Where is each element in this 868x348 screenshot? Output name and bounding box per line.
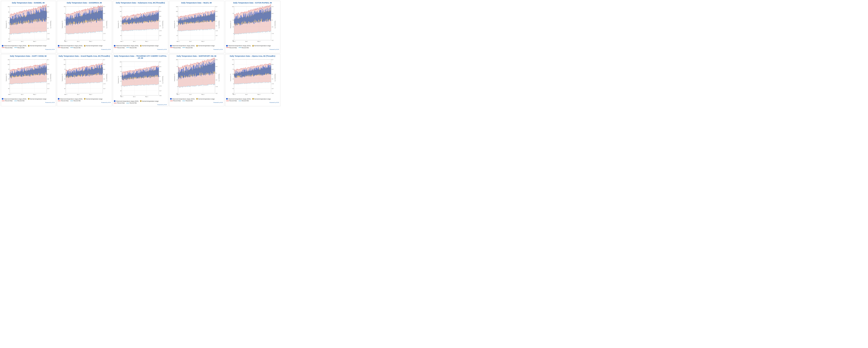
svg-text:Mar 1: Mar 1: [232, 94, 236, 95]
svg-text:-6.7: -6.7: [47, 28, 49, 29]
legend-item-2: Record Max: [114, 102, 125, 104]
svg-text:25: 25: [232, 78, 234, 80]
svg-text:-17.8: -17.8: [215, 30, 218, 31]
legend-item-1: Normal temperature range: [84, 98, 102, 100]
legend-label: Record Min: [129, 102, 137, 104]
legend-dot-icon: [2, 98, 3, 100]
svg-text:Mar 1: Mar 1: [232, 41, 236, 42]
legend-dot-icon: [196, 98, 198, 100]
svg-text:Apr 1: Apr 1: [245, 41, 248, 42]
svg-text:May 1: May 1: [202, 41, 205, 42]
legend-item-1: Normal temperature range: [140, 100, 158, 102]
legend-line-icon: [182, 101, 185, 101]
legend-label: Normal temperature range: [254, 98, 271, 100]
svg-text:50: 50: [64, 74, 65, 75]
legend-item-2: Record Max: [226, 100, 237, 102]
legend-label: Observed temperature range (2023): [228, 45, 251, 47]
powered-by: Powered by ACIS: [2, 102, 55, 103]
chart-eaton-rapids: Daily Temperature Data – EATON RAPIDS, M…: [225, 1, 280, 53]
legend-item-2: Record Max: [58, 47, 69, 49]
svg-text:51.7: 51.7: [103, 59, 105, 60]
svg-text:75: 75: [64, 13, 65, 14]
legend-line-icon: [14, 101, 17, 101]
svg-text:37.8: 37.8: [103, 6, 105, 7]
svg-text:Temperature (°C): Temperature (°C): [50, 21, 52, 29]
legend-label: Observed temperature range (2023): [4, 45, 26, 47]
legend-item-0: Observed temperature range (2023): [2, 98, 26, 100]
charts-grid: Daily Temperature Data – DUNDEE, MI 1003…: [0, 0, 281, 107]
chart-area-northport: 10037.87523.9501025-3.90-17.8-25-31.7 Ma…: [170, 57, 223, 98]
legend-item-3: Record Min: [182, 47, 193, 49]
legend-label: Normal temperature range: [198, 45, 215, 47]
svg-text:May 1: May 1: [89, 94, 92, 95]
legend-item-1: Normal temperature range: [28, 98, 46, 100]
svg-text:10: 10: [47, 74, 49, 75]
legend-dot-icon: [170, 45, 172, 47]
chart-title-kalamazoo: Daily Temperature Data – Kalamazoo Area,…: [114, 2, 167, 4]
svg-text:Temperature (°C): Temperature (°C): [50, 74, 52, 82]
svg-text:-17.8: -17.8: [103, 33, 106, 34]
svg-text:23.9: 23.9: [215, 66, 217, 67]
legend-line-icon: [2, 48, 5, 48]
svg-text:50: 50: [177, 21, 178, 22]
svg-text:-31.7: -31.7: [159, 35, 162, 36]
svg-text:-17.8: -17.8: [271, 33, 274, 34]
svg-text:0: 0: [9, 83, 9, 84]
svg-text:26.7: 26.7: [47, 11, 49, 13]
svg-text:50: 50: [120, 21, 122, 22]
legend-line-icon: [239, 101, 241, 101]
svg-text:10: 10: [103, 20, 104, 21]
svg-text:51.7: 51.7: [215, 6, 217, 7]
svg-text:0: 0: [65, 83, 65, 84]
legend-item-2: Record Max: [2, 47, 13, 49]
svg-text:May 1: May 1: [146, 41, 148, 42]
svg-text:-31.7: -31.7: [271, 40, 274, 41]
legend-niles: Observed temperature range (2023)Normal …: [170, 45, 223, 49]
legend-item-0: Observed temperature range (2023): [114, 45, 138, 47]
svg-text:Apr 1: Apr 1: [245, 94, 248, 95]
svg-text:-17.8: -17.8: [47, 33, 50, 34]
legend-dot-icon: [226, 45, 228, 47]
legend-label: Record Max: [173, 100, 181, 102]
legend-label: Record Min: [18, 100, 25, 102]
legend-label: Normal temperature range: [30, 98, 46, 100]
chart-northport: Daily Temperature Data – NORTHPORT 2W, M…: [169, 54, 224, 107]
legend-item-0: Observed temperature range (2023): [114, 100, 138, 102]
svg-text:0: 0: [177, 86, 178, 87]
legend-dot-icon: [28, 98, 30, 100]
legend-item-3: Record Min: [182, 100, 193, 102]
svg-text:50: 50: [64, 20, 65, 21]
svg-text:Temperature (°C): Temperature (°C): [274, 21, 276, 29]
svg-text:-3.9: -3.9: [47, 78, 49, 80]
legend-label: Observed temperature range (2023): [60, 98, 82, 100]
svg-text:50: 50: [232, 74, 234, 75]
svg-text:-3.9: -3.9: [159, 81, 161, 82]
svg-text:25: 25: [64, 78, 65, 80]
legend-label: Observed temperature range (2023): [60, 45, 82, 47]
svg-text:23.9: 23.9: [159, 71, 161, 72]
legend-label: Record Max: [229, 47, 237, 49]
legend-alpena: Observed temperature range (2023)Normal …: [226, 98, 279, 102]
legend-line-icon: [70, 101, 73, 101]
chart-title-niles: Daily Temperature Data – NILES, MI: [170, 2, 223, 4]
svg-text:15.6: 15.6: [47, 17, 49, 18]
chart-area-goodrich: 10037.87523.95010253.90-17.8-25-31.7 Mar…: [58, 4, 111, 45]
svg-text:75: 75: [177, 16, 178, 17]
legend-label: Observed temperature range (2023): [228, 98, 251, 100]
svg-text:125: 125: [8, 59, 9, 60]
svg-text:-17.8: -17.8: [159, 85, 162, 87]
powered-by: Powered by ACIS: [226, 102, 279, 103]
svg-text:37.8: 37.8: [103, 64, 105, 65]
legend-line-icon: [114, 48, 117, 48]
legend-item-3: Record Min: [14, 100, 25, 102]
legend-item-2: Record Max: [2, 100, 13, 102]
svg-text:-17.8: -17.8: [215, 86, 218, 87]
legend-line-icon: [226, 48, 229, 48]
svg-text:3.9: 3.9: [103, 26, 105, 28]
svg-text:0: 0: [121, 30, 122, 31]
chart-title-alpena: Daily Temperature Data – Alpena Area, MI…: [226, 55, 279, 57]
svg-text:Temperature (°C): Temperature (°C): [106, 21, 107, 29]
svg-text:Temperature (°C): Temperature (°C): [106, 74, 107, 82]
chart-area-dundee: 10037.88026.76015.6404.420-6.70-17.8-20-…: [2, 4, 55, 45]
svg-text:Temperature (°F): Temperature (°F): [118, 21, 119, 28]
